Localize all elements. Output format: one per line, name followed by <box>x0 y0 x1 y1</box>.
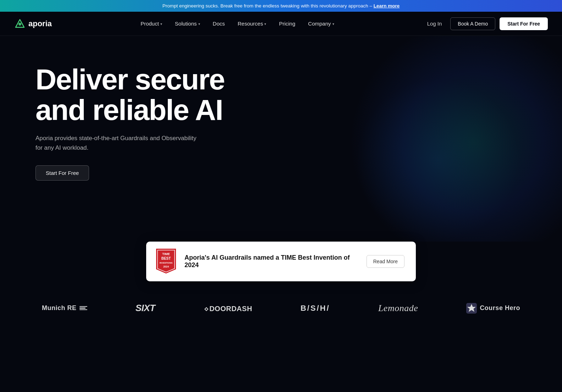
nav-item-pricing[interactable]: Pricing <box>273 18 301 29</box>
chevron-down-icon: ▾ <box>198 22 200 26</box>
read-more-button[interactable]: Read More <box>367 255 404 268</box>
nav-item-company[interactable]: Company ▾ <box>302 18 340 29</box>
navbar: aporia Product ▾ Solutions ▾ Docs Resour… <box>0 12 562 36</box>
munich-re-lines-icon <box>79 306 87 310</box>
announcement-bar: Prompt engineering sucks. Break free fro… <box>0 0 562 12</box>
coursehero-icon <box>466 303 477 314</box>
announcement-separator: – <box>370 3 374 9</box>
chevron-down-icon: ▾ <box>264 22 266 26</box>
chevron-down-icon: ▾ <box>160 22 162 26</box>
award-description: Aporia's AI Guardrails named a TIME Best… <box>184 254 359 269</box>
nav-item-product[interactable]: Product ▾ <box>135 18 168 29</box>
svg-text:2024: 2024 <box>163 265 169 268</box>
nav-actions: Log In Book A Demo Start For Free <box>423 17 548 30</box>
nav-links: Product ▾ Solutions ▾ Docs Resources ▾ P… <box>135 18 340 29</box>
logo-munich-re: Munich RE <box>42 304 87 312</box>
logo-doordash: ⬦DOORDASH <box>204 303 252 313</box>
logo-lemonade: Lemonade <box>378 303 418 314</box>
login-button[interactable]: Log In <box>423 18 446 29</box>
svg-text:BEST: BEST <box>161 256 171 260</box>
svg-text:TIME: TIME <box>162 252 170 256</box>
book-demo-button[interactable]: Book A Demo <box>450 17 495 30</box>
time-best-inventions-badge: TIME BEST INVENTIONS 2024 <box>155 247 177 276</box>
award-section: TIME BEST INVENTIONS 2024 Aporia's AI Gu… <box>0 242 562 292</box>
svg-point-0 <box>18 23 21 26</box>
nav-item-resources[interactable]: Resources ▾ <box>232 18 272 29</box>
announcement-text: Prompt engineering sucks. Break free fro… <box>162 3 368 9</box>
logo-bsh: B/S/H/ <box>301 304 330 313</box>
hero-start-free-button[interactable]: Start For Free <box>35 165 89 181</box>
svg-text:INVENTIONS: INVENTIONS <box>160 262 173 264</box>
logo-coursehero: Course Hero <box>466 303 520 314</box>
logo-text: aporia <box>28 19 52 28</box>
hero-title: Deliver secure and reliable AI <box>35 64 255 125</box>
hero-section: Deliver secure and reliable AI Aporia pr… <box>0 36 562 242</box>
nav-start-free-button[interactable]: Start For Free <box>500 17 548 30</box>
award-card: TIME BEST INVENTIONS 2024 Aporia's AI Gu… <box>146 242 416 281</box>
nav-item-docs[interactable]: Docs <box>207 18 231 29</box>
logos-section: Munich RE SIXT ⬦DOORDASH B/S/H/ Lemonade… <box>0 292 562 328</box>
logo[interactable]: aporia <box>14 18 52 29</box>
hero-content: Deliver secure and reliable AI Aporia pr… <box>35 64 255 181</box>
logo-sixt: SIXT <box>136 303 155 314</box>
chevron-down-icon: ▾ <box>332 22 334 26</box>
announcement-link[interactable]: Learn more <box>374 3 400 9</box>
hero-subtitle: Aporia provides state-of-the-art Guardra… <box>35 134 199 153</box>
nav-item-solutions[interactable]: Solutions ▾ <box>169 18 206 29</box>
logo-icon <box>14 18 26 29</box>
